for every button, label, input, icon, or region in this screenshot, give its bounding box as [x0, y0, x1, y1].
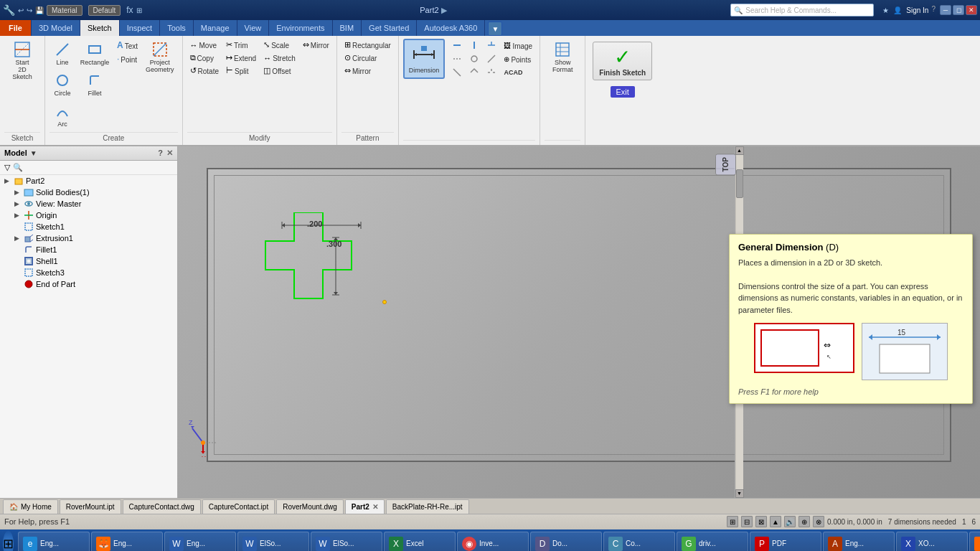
- copy-btn[interactable]: ⧉ Copy: [187, 52, 222, 64]
- status-icon-5[interactable]: ⊕: [798, 516, 810, 527]
- rectangular-btn[interactable]: ⊞ Rectangular: [341, 39, 394, 51]
- fillet-btn[interactable]: Fillet: [77, 70, 113, 100]
- taskbar-inv-btn[interactable]: I Inv: [969, 532, 980, 551]
- constrain-icon9[interactable]: [484, 66, 499, 79]
- tree-item-part2[interactable]: ▶ Part2: [0, 175, 177, 187]
- scroll-thumb-right[interactable]: [736, 169, 743, 198]
- extend-btn[interactable]: ↦ Extend: [223, 52, 259, 64]
- quick-access-undo[interactable]: ↩: [18, 6, 24, 14]
- taskbar-ie-btn[interactable]: e Eng...: [18, 532, 90, 551]
- view-cube-top[interactable]: TOP: [715, 154, 736, 175]
- rectangle-btn[interactable]: Rectangle: [77, 39, 113, 69]
- split-btn[interactable]: ⊢ Split: [223, 65, 259, 77]
- tab-sketch[interactable]: Sketch: [80, 20, 120, 36]
- circle-btn[interactable]: Circle: [50, 70, 75, 100]
- doc-tab-part2-close[interactable]: ✕: [372, 503, 378, 511]
- points-btn[interactable]: ⊕ Points: [501, 52, 534, 65]
- filter-icon[interactable]: ▽: [4, 163, 10, 172]
- taskbar-msn-btn[interactable]: 🦊 Eng...: [91, 532, 163, 551]
- tab-autodesk360[interactable]: Autodesk A360: [417, 20, 485, 36]
- tree-item-end-of-part[interactable]: ▶ End of Part: [0, 278, 177, 290]
- tree-item-fillet1[interactable]: ▶ Fillet1: [0, 244, 177, 255]
- doc-tab-my-home[interactable]: 🏠 My Home: [3, 499, 58, 514]
- status-icon-6[interactable]: ⊗: [813, 516, 824, 527]
- tab-expand[interactable]: ▼: [488, 22, 502, 36]
- taskbar-co-btn[interactable]: C Co...: [603, 532, 675, 551]
- acad-btn[interactable]: ACAD: [501, 66, 525, 79]
- point-btn[interactable]: · Point: [114, 52, 141, 65]
- tab-file[interactable]: File: [0, 20, 32, 36]
- taskbar-word-btn2[interactable]: W ElSo...: [237, 532, 309, 551]
- taskbar-chrome-btn[interactable]: ◉ Inve...: [457, 532, 529, 551]
- tab-get-started[interactable]: Get Started: [362, 20, 417, 36]
- mirror-modify-btn[interactable]: ⇔ Mirror: [300, 39, 332, 51]
- tab-environments[interactable]: Environments: [269, 20, 332, 36]
- panel-help-btn[interactable]: ?: [158, 149, 163, 157]
- start-2d-sketch-btn[interactable]: Start2D Sketch: [4, 39, 40, 83]
- constrain-icon2[interactable]: [466, 39, 482, 52]
- tab-view[interactable]: View: [237, 20, 270, 36]
- expand-btn[interactable]: ⊞: [136, 6, 142, 14]
- tab-tools[interactable]: Tools: [160, 20, 194, 36]
- constrain-icon8[interactable]: [466, 66, 482, 79]
- trim-btn[interactable]: ✂ Trim: [223, 39, 259, 51]
- constrain-icon3[interactable]: [484, 39, 499, 52]
- panel-close-btn[interactable]: ✕: [166, 149, 173, 158]
- project-geometry-btn[interactable]: ProjectGeometry: [142, 39, 178, 76]
- signin-label[interactable]: Sign In: [906, 6, 928, 14]
- constrain-icon5[interactable]: [466, 52, 482, 65]
- status-icon-3[interactable]: ⊠: [755, 516, 767, 527]
- tree-item-origin[interactable]: ▶ Origin: [0, 209, 177, 221]
- doc-tab-capturecontact-dwg[interactable]: CaptureContact.dwg: [123, 499, 201, 514]
- constrain-icon4[interactable]: [449, 52, 465, 65]
- quick-access-redo[interactable]: ↪: [27, 6, 32, 14]
- start-btn[interactable]: ⊞: [3, 531, 14, 551]
- doc-tab-rovermount-dwg[interactable]: RoverMount.dwg: [276, 499, 344, 514]
- taskbar-excel-btn[interactable]: X Excel: [384, 532, 456, 551]
- text-btn[interactable]: A Text: [114, 39, 141, 52]
- tree-item-view-master[interactable]: ▶ View: Master: [0, 198, 177, 209]
- scale-btn[interactable]: ⤡ Scale: [260, 39, 298, 51]
- taskbar-xo-btn[interactable]: X XO...: [896, 532, 968, 551]
- scroll-down-btn[interactable]: ▼: [735, 489, 744, 498]
- move-btn[interactable]: ↔ Move: [187, 39, 222, 51]
- material-dropdown[interactable]: Material: [47, 5, 83, 16]
- model-dropdown[interactable]: ▼: [30, 149, 37, 157]
- minimize-btn[interactable]: ─: [940, 5, 951, 15]
- status-icon-2[interactable]: ⊟: [741, 516, 753, 527]
- line-btn[interactable]: Line: [50, 39, 75, 69]
- search-tree-icon[interactable]: 🔍: [13, 163, 23, 172]
- status-speaker[interactable]: 🔊: [784, 516, 796, 527]
- taskbar-inventor-btn[interactable]: D Do...: [530, 532, 602, 551]
- search-bar[interactable]: 🔍 Search Help & Commands...: [730, 4, 874, 17]
- offset-btn[interactable]: ◫ Offset: [260, 65, 298, 77]
- taskbar-word-btn3[interactable]: W ElSo...: [311, 532, 382, 551]
- restore-btn[interactable]: ◻: [953, 5, 964, 15]
- taskbar-drive-btn[interactable]: G driv...: [677, 532, 748, 551]
- status-icon-4[interactable]: ▲: [770, 516, 781, 527]
- tab-manage[interactable]: Manage: [194, 20, 237, 36]
- constrain-icon6[interactable]: [484, 52, 499, 65]
- tab-inspect[interactable]: Inspect: [120, 20, 160, 36]
- doc-tab-rovermount-ipt[interactable]: RoverMount.ipt: [60, 499, 121, 514]
- exit-btn[interactable]: Exit: [611, 86, 635, 98]
- tree-item-shell1[interactable]: ▶ Shell1: [0, 255, 177, 267]
- tree-item-solid-bodies[interactable]: ▶ Solid Bodies(1): [0, 187, 177, 198]
- show-format-btn[interactable]: Show Format: [545, 39, 580, 76]
- tab-bim[interactable]: BIM: [333, 20, 362, 36]
- formula-btn[interactable]: fx: [126, 5, 133, 15]
- doc-tab-capturecontact-ipt[interactable]: CaptureContact.ipt: [202, 499, 275, 514]
- constrain-icon7[interactable]: [449, 66, 465, 79]
- account-icon[interactable]: 👤: [893, 6, 902, 14]
- finish-sketch-btn[interactable]: ✓ Finish Sketch: [593, 42, 652, 80]
- tree-item-extrusion1[interactable]: ▶ Extrusion1: [0, 232, 177, 244]
- doc-tab-part2[interactable]: Part2 ✕: [345, 499, 385, 514]
- taskbar-word-btn1[interactable]: W Eng...: [164, 532, 236, 551]
- tab-3d-model[interactable]: 3D Model: [32, 20, 80, 36]
- constrain-icon1[interactable]: [449, 39, 465, 52]
- tree-item-sketch3[interactable]: ▶ Sketch3: [0, 267, 177, 278]
- scroll-up-btn[interactable]: ▲: [735, 146, 744, 155]
- taskbar-pdf-btn[interactable]: P PDF: [750, 532, 821, 551]
- doc-tab-backplate[interactable]: BackPlate-RH-Re...ipt: [386, 499, 469, 514]
- arc-btn[interactable]: Arc: [50, 100, 75, 131]
